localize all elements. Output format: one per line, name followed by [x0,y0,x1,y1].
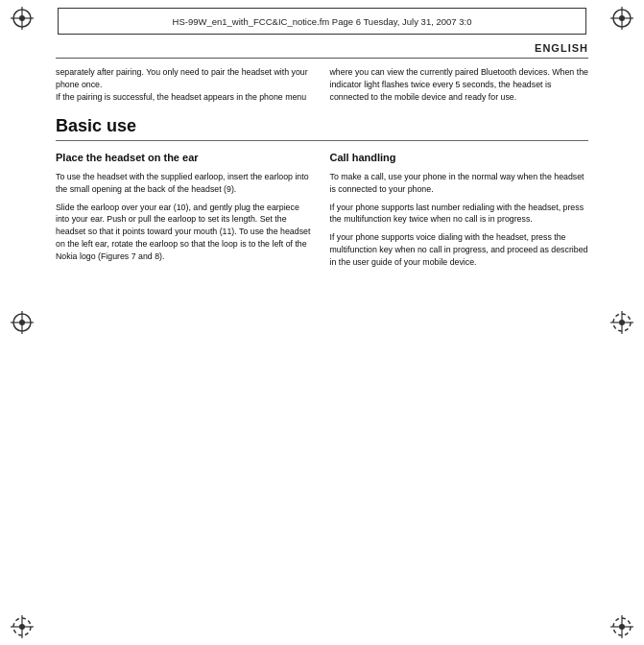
corner-mark-tr [608,4,636,33]
intro-columns: separately after pairing. You only need … [56,66,588,107]
main-columns: Place the headset on the ear To use the … [56,151,588,274]
right-column: Call handling To make a call, use your p… [330,151,589,274]
left-para-1: To use the headset with the supplied ear… [56,171,315,196]
corner-mark-bl [8,612,36,641]
section-heading: Basic use [56,116,588,141]
intro-left-text: separately after pairing. You only need … [56,67,308,89]
language-label: ENGLISH [535,42,588,54]
section-heading-text: Basic use [56,116,136,135]
right-para-3: If your phone supports voice dialing wit… [330,231,589,268]
page: HS-99W_en1_with_FCC&IC_notice.fm Page 6 … [0,0,644,645]
corner-mark-tl [8,4,36,33]
left-col-body: To use the headset with the supplied ear… [56,171,315,262]
right-col-body: To make a call, use your phone in the no… [330,171,589,268]
intro-left-text2: If the pairing is successful, the headse… [56,92,306,102]
left-column: Place the headset on the ear To use the … [56,151,315,274]
left-col-heading: Place the headset on the ear [56,151,315,166]
document-info-bar: HS-99W_en1_with_FCC&IC_notice.fm Page 6 … [58,8,586,35]
corner-mark-br [608,612,636,641]
left-para-2: Slide the earloop over your ear (10), an… [56,202,315,263]
right-para-1: To make a call, use your phone in the no… [330,171,589,196]
content-area: ENGLISH separately after pairing. You on… [56,42,588,607]
document-info-text: HS-99W_en1_with_FCC&IC_notice.fm Page 6 … [173,16,472,27]
language-header: ENGLISH [56,42,588,59]
right-para-2: If your phone supports last number redia… [330,202,589,227]
intro-right-text: where you can view the currently paired … [330,67,588,102]
corner-mark-mr [608,308,636,337]
intro-right: where you can view the currently paired … [330,66,589,103]
right-col-heading: Call handling [330,151,589,166]
intro-left: separately after pairing. You only need … [56,66,315,103]
corner-mark-ml [8,308,36,337]
